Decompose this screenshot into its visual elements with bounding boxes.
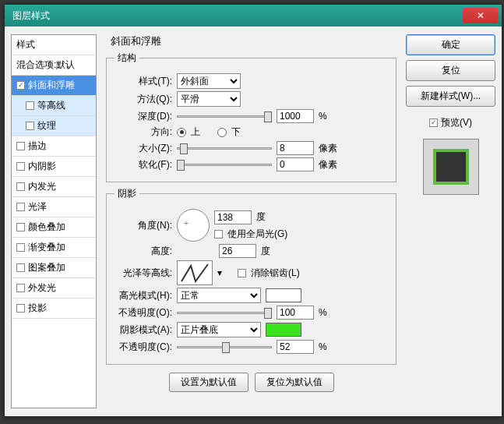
depth-slider[interactable] — [177, 111, 272, 121]
gloss-contour-picker[interactable] — [177, 260, 213, 285]
soften-unit: 像素 — [319, 158, 340, 171]
global-light-label: 使用全局光(G) — [227, 228, 287, 241]
direction-label: 方向: — [115, 125, 172, 139]
style-list: 样式混合选项:默认斜面和浮雕等高线纹理描边内阴影内发光光泽颜色叠加渐变叠加图案叠… — [11, 34, 97, 408]
sidebar-checkbox-3[interactable] — [26, 101, 34, 110]
shadow-opacity-unit: % — [319, 341, 340, 352]
sidebar-label-13: 投影 — [28, 302, 47, 315]
soften-slider[interactable] — [177, 160, 272, 169]
highlight-mode-label: 高光模式(H): — [115, 289, 172, 302]
sidebar-label-7: 内发光 — [28, 180, 56, 193]
sidebar-label-2: 斜面和浮雕 — [28, 79, 75, 92]
shading-group: 阴影 角度(N): + 度 使用全局光(G) — [106, 187, 397, 365]
sidebar-label-5: 描边 — [28, 140, 47, 153]
sidebar-item-6[interactable]: 内阴影 — [12, 157, 96, 177]
style-combo[interactable]: 外斜面 — [177, 73, 241, 89]
sidebar-checkbox-4[interactable] — [26, 122, 34, 130]
main-panel: 斜面和浮雕 结构 样式(T): 外斜面 方法(Q): 平滑 深度(D): % — [103, 34, 400, 408]
set-default-button[interactable]: 设置为默认值 — [169, 373, 248, 392]
sidebar-label-3: 等高线 — [37, 99, 65, 112]
method-combo[interactable]: 平滑 — [177, 91, 241, 107]
global-light-checkbox[interactable] — [214, 230, 223, 238]
shadow-mode-label: 阴影模式(A): — [115, 323, 172, 337]
window-title: 图层样式 — [12, 9, 50, 23]
altitude-label: 高度: — [115, 245, 172, 258]
angle-input[interactable] — [214, 210, 252, 224]
sidebar-item-10[interactable]: 渐变叠加 — [12, 238, 96, 258]
direction-down-radio[interactable] — [217, 128, 227, 137]
angle-label: 角度(N): — [115, 219, 172, 232]
sidebar-item-3[interactable]: 等高线 — [12, 96, 96, 116]
sidebar-item-2[interactable]: 斜面和浮雕 — [12, 76, 96, 96]
highlight-color-swatch[interactable] — [266, 288, 301, 302]
altitude-input[interactable] — [219, 244, 256, 258]
structure-legend: 结构 — [115, 51, 139, 65]
direction-up-radio[interactable] — [177, 128, 186, 137]
reset-default-button[interactable]: 复位为默认值 — [255, 373, 334, 392]
sidebar-item-9[interactable]: 颜色叠加 — [12, 217, 96, 238]
gloss-label: 光泽等高线: — [115, 267, 172, 280]
size-unit: 像素 — [319, 142, 340, 155]
sidebar-checkbox-13[interactable] — [16, 304, 25, 313]
highlight-mode-combo[interactable]: 正常 — [177, 288, 261, 303]
style-label: 样式(T): — [115, 75, 172, 88]
sidebar-item-11[interactable]: 图案叠加 — [12, 258, 96, 278]
sidebar-item-12[interactable]: 外发光 — [12, 278, 96, 299]
close-icon: ✕ — [477, 10, 485, 21]
sidebar-checkbox-9[interactable] — [16, 223, 25, 231]
sidebar-checkbox-7[interactable] — [16, 182, 25, 191]
cancel-button[interactable]: 复位 — [406, 60, 495, 81]
depth-label: 深度(D): — [115, 110, 172, 123]
layer-style-dialog: 图层样式 ✕ 样式混合选项:默认斜面和浮雕等高线纹理描边内阴影内发光光泽颜色叠加… — [4, 4, 502, 417]
sidebar-label-12: 外发光 — [28, 281, 56, 295]
shadow-opacity-label: 不透明度(C): — [115, 341, 172, 354]
sidebar-item-7[interactable]: 内发光 — [12, 177, 96, 197]
sidebar-item-13[interactable]: 投影 — [12, 299, 96, 319]
highlight-opacity-slider[interactable] — [177, 308, 272, 317]
size-slider[interactable] — [177, 143, 272, 153]
method-label: 方法(Q): — [115, 93, 172, 106]
sidebar-label-9: 颜色叠加 — [28, 221, 65, 234]
shadow-mode-combo[interactable]: 正片叠底 — [177, 322, 261, 337]
gloss-dropdown-icon[interactable]: ▾ — [217, 267, 222, 278]
contour-icon — [180, 263, 210, 283]
sidebar-item-8[interactable]: 光泽 — [12, 197, 96, 217]
sidebar-checkbox-2[interactable] — [16, 81, 25, 90]
preview-box — [423, 139, 479, 195]
sidebar-checkbox-11[interactable] — [16, 263, 25, 272]
ok-button[interactable]: 确定 — [406, 34, 495, 55]
sidebar-checkbox-10[interactable] — [16, 243, 25, 252]
sidebar-checkbox-12[interactable] — [16, 284, 25, 292]
shadow-opacity-slider[interactable] — [177, 342, 272, 352]
angle-unit: 度 — [256, 210, 278, 224]
sidebar-item-5[interactable]: 描边 — [12, 136, 96, 157]
soften-label: 软化(F): — [115, 158, 172, 171]
panel-title: 斜面和浮雕 — [103, 34, 400, 51]
close-button[interactable]: ✕ — [463, 8, 499, 23]
size-input[interactable] — [277, 141, 314, 155]
sidebar-label-10: 渐变叠加 — [28, 241, 65, 254]
sidebar-checkbox-6[interactable] — [16, 162, 25, 171]
sidebar-item-0[interactable]: 样式 — [12, 35, 96, 55]
soften-input[interactable] — [277, 157, 314, 171]
sidebar-item-4[interactable]: 纹理 — [12, 116, 96, 136]
sidebar-checkbox-5[interactable] — [16, 142, 25, 150]
direction-up-label: 上 — [191, 125, 200, 139]
highlight-opacity-label: 不透明度(O): — [115, 306, 172, 320]
shading-legend: 阴影 — [115, 187, 139, 200]
highlight-opacity-input[interactable] — [277, 306, 314, 320]
preview-checkbox[interactable] — [429, 118, 438, 127]
angle-wheel[interactable]: + — [177, 209, 210, 242]
sidebar-label-1: 混合选项:默认 — [16, 58, 75, 72]
shadow-color-swatch[interactable] — [266, 323, 301, 337]
sidebar-item-1[interactable]: 混合选项:默认 — [12, 55, 96, 76]
antialias-checkbox[interactable] — [238, 269, 246, 277]
titlebar: 图层样式 ✕ — [5, 5, 502, 26]
new-style-button[interactable]: 新建样式(W)... — [406, 86, 495, 107]
sidebar-label-6: 内阴影 — [28, 160, 56, 173]
sidebar-checkbox-8[interactable] — [16, 203, 25, 211]
sidebar-label-11: 图案叠加 — [28, 261, 65, 274]
depth-input[interactable] — [277, 109, 314, 123]
antialias-label: 消除锯齿(L) — [251, 267, 300, 280]
shadow-opacity-input[interactable] — [277, 340, 314, 354]
